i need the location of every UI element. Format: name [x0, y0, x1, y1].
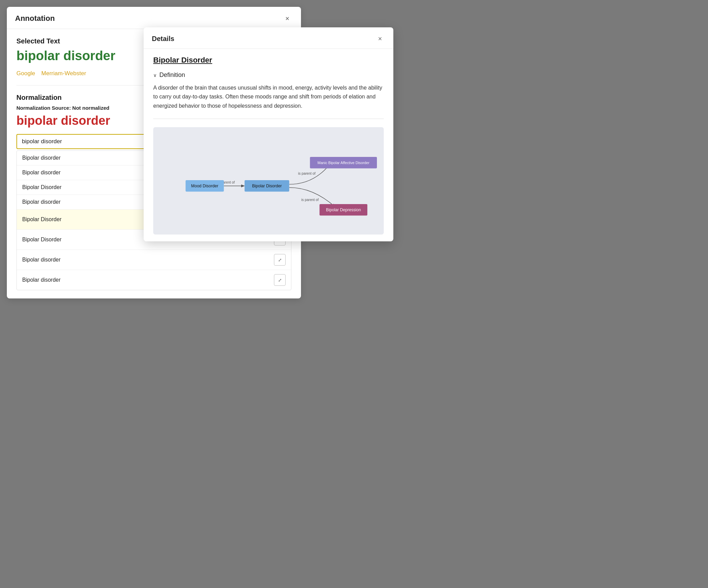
annotation-close-button[interactable]: × [282, 13, 293, 24]
details-close-button[interactable]: × [375, 34, 385, 44]
definition-text: A disorder of the brain that causes unus… [153, 83, 384, 119]
definition-label: Definition [159, 71, 185, 79]
expand-icon[interactable]: ⤢ [274, 274, 286, 286]
chevron-down-icon: ∨ [153, 72, 157, 78]
dropdown-item-label: Bipolar disorder [22, 199, 61, 205]
details-header: Details × [144, 27, 393, 49]
dropdown-item-label: Bipolar disorder [22, 155, 61, 161]
svg-text:Mood Disorder: Mood Disorder [191, 184, 218, 189]
details-body: Bipolar Disorder ∨ Definition A disorder… [144, 49, 393, 241]
annotation-panel-title: Annotation [15, 14, 55, 23]
dropdown-item-label: Bipolar Disorder [22, 216, 62, 223]
dropdown-item-label: Bipolar Disorder [22, 184, 62, 190]
details-panel-title: Details [152, 35, 174, 43]
svg-text:is parent of: is parent of [298, 172, 316, 175]
svg-text:is parent of: is parent of [301, 198, 319, 202]
dropdown-item-label: Bipolar disorder [22, 170, 61, 176]
definition-toggle[interactable]: ∨ Definition [153, 71, 384, 79]
svg-text:Bipolar Depression: Bipolar Depression [326, 208, 361, 213]
dropdown-item-label: Bipolar Disorder [22, 237, 62, 243]
dropdown-item-label: Bipolar disorder [22, 257, 61, 263]
svg-text:Bipolar Disorder: Bipolar Disorder [252, 184, 282, 189]
annotation-header: Annotation × [7, 7, 301, 29]
details-panel: Details × Bipolar Disorder ∨ Definition … [144, 27, 393, 241]
google-link[interactable]: Google [16, 70, 35, 77]
knowledge-graph-container: is parent of is parent of is parent of M… [153, 127, 384, 235]
dropdown-item[interactable]: Bipolar disorder⤢ [17, 270, 291, 290]
entity-name: Bipolar Disorder [153, 56, 384, 65]
knowledge-graph-svg: is parent of is parent of is parent of M… [160, 134, 377, 226]
svg-text:Manic Bipolar Affective Disord: Manic Bipolar Affective Disorder [317, 161, 369, 165]
dropdown-item[interactable]: Bipolar disorder⤢ [17, 250, 291, 270]
expand-icon[interactable]: ⤢ [274, 254, 286, 266]
merriam-webster-link[interactable]: Merriam-Webster [41, 70, 86, 77]
dropdown-item-label: Bipolar disorder [22, 277, 61, 283]
